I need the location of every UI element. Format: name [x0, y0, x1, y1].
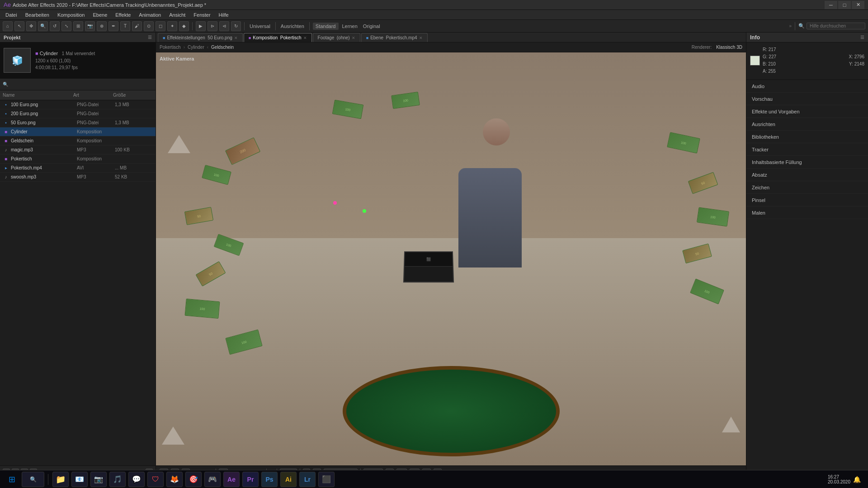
menu-fenster[interactable]: Fenster [190, 11, 214, 19]
tab-close-footage[interactable]: ✕ [352, 36, 355, 40]
file-item-pokertischmp4[interactable]: ▸ Pokertisch.mp4 AVI ... MB [0, 164, 156, 173]
next-frame[interactable]: ⊲ [219, 21, 229, 31]
panel-pinsel[interactable]: Pinsel [746, 194, 868, 206]
puppet-tool[interactable]: ✦ [167, 21, 177, 31]
panel-zeichen[interactable]: Zeichen [746, 181, 868, 194]
taskbar-security[interactable]: 🛡 [147, 472, 164, 487]
align-label[interactable]: Ausrichten [279, 23, 306, 29]
breadcrumb-pokertisch[interactable]: Pokertisch [160, 45, 181, 50]
col-header-name[interactable]: Name [3, 93, 59, 98]
info-panel-menu-icon[interactable]: ☰ [860, 35, 864, 40]
help-search-input[interactable] [807, 23, 865, 29]
text-tool[interactable]: T [120, 21, 130, 31]
taskbar-ps[interactable]: Ps [261, 472, 278, 487]
camera-tool[interactable]: 📷 [85, 21, 95, 31]
menu-datei[interactable]: Datei [2, 11, 21, 19]
learn-label[interactable]: Lernen [340, 23, 359, 29]
col-header-type[interactable]: Art [73, 93, 109, 98]
file-icon-cylinder: ■ [3, 129, 9, 135]
project-search-input[interactable] [10, 82, 153, 87]
taskbar-game[interactable]: 🎯 [185, 472, 202, 487]
tab-footage[interactable]: Footage (ohne) ✕ [313, 33, 360, 42]
move-tool[interactable]: ✥ [26, 21, 36, 31]
taskbar-firefox[interactable]: 🦊 [166, 472, 183, 487]
menu-bearbeiten[interactable]: Bearbeiten [22, 11, 53, 19]
start-button[interactable]: ⊞ [4, 472, 20, 487]
rotate-tool[interactable]: ↺ [50, 21, 60, 31]
file-item-100euro[interactable]: ▪ 100 Euro.png PNG-Datei 1,3 MB [0, 100, 156, 109]
brush-tool[interactable]: 🖌 [132, 21, 142, 31]
taskbar-ai[interactable]: Ai [280, 472, 297, 487]
original-label[interactable]: Original [361, 23, 382, 29]
home-tool[interactable]: ⌂ [3, 21, 13, 31]
taskbar-music[interactable]: 🎵 [109, 472, 126, 487]
breadcrumb-geldschein[interactable]: Geldschein [211, 45, 234, 50]
pen-tool[interactable]: ✒ [108, 21, 118, 31]
breadcrumb-cylinder[interactable]: Cylinder [188, 45, 204, 50]
file-item-geldschein[interactable]: ■ Geldschein Komposition [0, 136, 156, 145]
play-tool[interactable]: ▶ [196, 21, 206, 31]
taskbar-camera[interactable]: 📷 [90, 472, 107, 487]
panel-bibliotheken[interactable]: Bibliotheken [746, 131, 868, 143]
shape-tool[interactable]: ◆ [179, 21, 189, 31]
taskbar-pr[interactable]: Pr [242, 472, 259, 487]
panel-audio[interactable]: Audio [746, 80, 868, 93]
taskbar-lr[interactable]: Lr [299, 472, 316, 487]
search-taskbar-button[interactable]: 🔍 [22, 472, 44, 487]
menu-animation[interactable]: Animation [135, 11, 165, 19]
taskbar-chat[interactable]: 💬 [128, 472, 145, 487]
tab-effekteinstellungen[interactable]: ■ Effekteinstellungen 50 Euro.png ✕ [158, 33, 243, 42]
menu-ebene[interactable]: Ebene [89, 11, 111, 19]
project-panel-menu-icon[interactable]: ☰ [148, 35, 152, 40]
transform-tool[interactable]: ⊞ [73, 21, 83, 31]
taskbar-ae[interactable]: Ae [223, 472, 240, 487]
col-header-size[interactable]: Größe [113, 93, 140, 98]
anchor-tool[interactable]: ⊕ [97, 21, 107, 31]
x-label: X: [849, 54, 853, 59]
file-item-50euro[interactable]: ▪ 50 Euro.png PNG-Datei 1,3 MB [0, 118, 156, 127]
comp-nav: Pokertisch › Cylinder ‹ Geldschein Rende… [156, 42, 746, 52]
tab-ebene[interactable]: ■ Ebene Pokertisch.mp4 ✕ [361, 33, 428, 42]
clone-tool[interactable]: ⊙ [144, 21, 154, 31]
tab-icon-ebene: ■ [366, 36, 368, 40]
file-name-magic: magic.mp3 [11, 147, 75, 152]
select-tool[interactable]: ↖ [14, 21, 24, 31]
file-item-magic[interactable]: ♪ magic.mp3 MP3 100 KB [0, 145, 156, 155]
file-item-swoosh[interactable]: ♪ swoosh.mp3 MP3 52 KB [0, 173, 156, 182]
maximize-button[interactable]: □ [838, 1, 851, 9]
track-point-1 [333, 201, 337, 205]
minimize-button[interactable]: ─ [825, 1, 837, 9]
panel-inhaltsbasierte[interactable]: Inhaltsbasierte Füllung [746, 156, 868, 169]
prev-frame[interactable]: ⊳ [208, 21, 217, 31]
taskbar-settings[interactable]: 📧 [71, 472, 88, 487]
tracking-marker-br [722, 417, 740, 432]
camera-mode-label[interactable]: Universal [248, 23, 272, 29]
panel-tracker[interactable]: Tracker [746, 143, 868, 156]
file-item-200euro[interactable]: ▪ 200 Euro.png PNG-Datei [0, 109, 156, 118]
menu-komposition[interactable]: Komposition [54, 11, 89, 19]
taskbar-explorer[interactable]: 📁 [52, 472, 69, 487]
panel-effekte[interactable]: Effekte und Vorgaben [746, 105, 868, 118]
taskbar-game2[interactable]: 🎮 [204, 472, 221, 487]
panel-malen[interactable]: Malen [746, 206, 868, 219]
panel-absatz[interactable]: Absatz [746, 169, 868, 181]
scale-tool[interactable]: ⤡ [61, 21, 71, 31]
tab-close-ebene[interactable]: ✕ [419, 36, 423, 40]
menu-hilfe[interactable]: Hilfe [215, 11, 232, 19]
close-button[interactable]: ✕ [852, 1, 864, 9]
tab-close-komposition[interactable]: ✕ [303, 36, 307, 40]
search-tool[interactable]: 🔍 [38, 21, 48, 31]
menu-effekte[interactable]: Effekte [112, 11, 134, 19]
panel-vorschau[interactable]: Vorschau [746, 93, 868, 105]
file-icon-geldschein: ■ [3, 138, 9, 144]
eraser-tool[interactable]: ◻ [156, 21, 165, 31]
file-item-pokertisch[interactable]: ■ Pokertisch Komposition [0, 155, 156, 164]
tab-close-effekt[interactable]: ✕ [234, 36, 238, 40]
taskbar-more[interactable]: ⬛ [318, 472, 335, 487]
loop-tool[interactable]: ↻ [231, 21, 241, 31]
menu-ansicht[interactable]: Ansicht [165, 11, 189, 19]
panel-ausrichten[interactable]: Ausrichten [746, 118, 868, 131]
file-item-cylinder[interactable]: ■ Cylinder Komposition [0, 127, 156, 136]
tray-notifications[interactable]: 🔔 [853, 476, 861, 483]
tab-komposition-pokertisch[interactable]: ■ Komposition Pokertisch ✕ [244, 33, 312, 42]
